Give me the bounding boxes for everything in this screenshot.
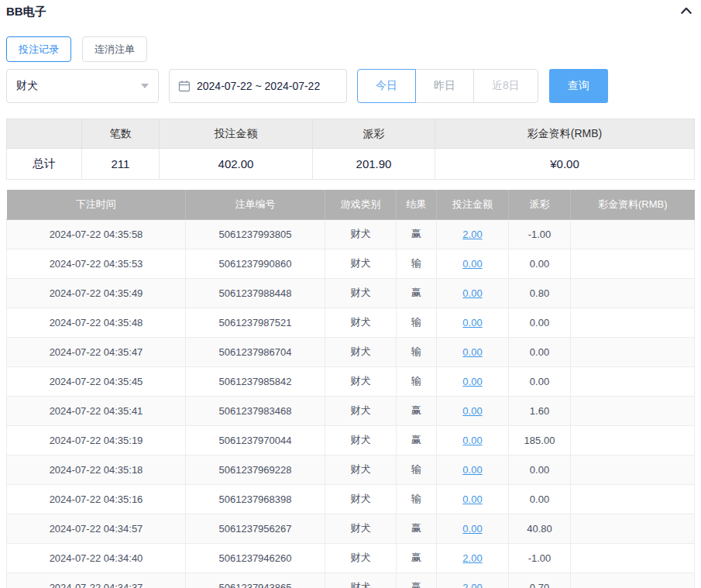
quick-date-buttons: 今日 昨日 近8日 [357,69,538,103]
search-button[interactable]: 查询 [549,69,608,103]
summary-header-row: 笔数投注金额派彩彩金资料(RMB) [7,119,695,149]
result-cell: 赢 [397,219,437,249]
bonus-cell [571,249,695,278]
payout-cell: 0.00 [509,484,571,514]
order-number-cell: 5061237986704 [186,337,325,366]
today-button[interactable]: 今日 [357,69,416,103]
game-type-cell: 财犬 [325,337,397,366]
bet-amount-cell: 2.00 [437,573,509,588]
result-cell: 输 [397,484,437,514]
bonus-cell [571,543,695,573]
game-type-cell: 财犬 [325,308,397,337]
bet-amount-link[interactable]: 0.00 [462,405,482,417]
bet-amount-link[interactable]: 2.00 [462,552,482,564]
records-header-row: 下注时间注单编号游戏类别结果投注金额派彩彩金资料(RMB) [7,190,695,219]
filter-bar: 财犬 2024-07-22 ~ 2024-07-22 今日 昨日 近8日 查询 [6,69,695,103]
result-cell: 输 [397,366,437,396]
game-type-cell: 财犬 [325,484,397,514]
bet-amount-link[interactable]: 0.00 [462,435,482,446]
date-range-picker[interactable]: 2024-07-22 ~ 2024-07-22 [169,69,347,103]
collapse-button[interactable] [678,3,695,20]
last-8-days-button[interactable]: 近8日 [473,69,538,103]
table-row: 2024-07-22 04:35:185061237969228财犬输0.000… [7,455,695,484]
chevron-down-icon [141,84,149,88]
bet-amount-link[interactable]: 0.00 [462,523,482,535]
game-type-cell: 财犬 [325,219,397,249]
result-cell: 赢 [397,396,437,425]
summary-header-cell [7,119,82,149]
table-row: 2024-07-22 04:35:195061237970044财犬赢0.001… [7,425,695,455]
records-header-cell: 彩金资料(RMB) [571,190,695,219]
result-cell: 输 [397,308,437,337]
payout-cell: 0.00 [509,455,571,484]
bonus-cell [571,308,695,337]
records-header-cell: 游戏类别 [325,190,397,219]
records-header-cell: 投注金额 [437,190,509,219]
table-row: 2024-07-22 04:35:415061237983468财犬赢0.001… [7,396,695,425]
result-cell: 输 [397,337,437,366]
table-row: 2024-07-22 04:35:455061237985842财犬输0.000… [7,366,695,396]
bet-amount-link[interactable]: 2.00 [462,229,482,240]
payout-cell: 0.00 [509,308,571,337]
bonus-cell [571,366,695,396]
bet-amount-link[interactable]: 2.00 [462,582,482,588]
payout-cell: -1.00 [509,543,571,573]
bet-time-cell: 2024-07-22 04:35:53 [7,249,186,278]
records-table: 下注时间注单编号游戏类别结果投注金额派彩彩金资料(RMB) 2024-07-22… [6,190,695,588]
bet-amount-link[interactable]: 0.00 [462,258,482,270]
records-header-cell: 注单编号 [186,190,325,219]
order-number-cell: 5061237970044 [186,425,325,455]
table-row: 2024-07-22 04:35:475061237986704财犬输0.000… [7,337,695,366]
summary-value-cell: 201.90 [313,149,435,180]
summary-header-cell: 笔数 [82,119,160,149]
result-cell: 输 [397,249,437,278]
game-type-cell: 财犬 [325,396,397,425]
bet-time-cell: 2024-07-22 04:35:16 [7,484,186,514]
tab-bet-records[interactable]: 投注记录 [6,36,71,62]
bet-amount-cell: 0.00 [437,514,509,543]
records-header-cell: 派彩 [509,190,571,219]
yesterday-button[interactable]: 昨日 [415,69,474,103]
bet-time-cell: 2024-07-22 04:35:58 [7,219,186,249]
bet-time-cell: 2024-07-22 04:35:19 [7,425,186,455]
game-select[interactable]: 财犬 [6,69,159,103]
bet-amount-link[interactable]: 0.00 [462,493,482,505]
bet-amount-link[interactable]: 0.00 [462,317,482,328]
bet-amount-link[interactable]: 0.00 [462,287,482,299]
payout-cell: 0.00 [509,249,571,278]
table-row: 2024-07-22 04:35:495061237988448财犬赢0.000… [7,278,695,308]
game-type-cell: 财犬 [325,249,397,278]
page-title: BB电子 [6,5,46,19]
table-row: 2024-07-22 04:34:575061237956267财犬赢0.004… [7,514,695,543]
bonus-cell [571,455,695,484]
game-type-cell: 财犬 [325,543,397,573]
bet-amount-link[interactable]: 0.00 [462,376,482,387]
summary-value-cell: 总计 [7,149,82,180]
payout-cell: 0.80 [509,278,571,308]
order-number-cell: 5061237946260 [186,543,325,573]
summary-value-cell: ¥0.00 [435,149,695,180]
date-range-value: 2024-07-22 ~ 2024-07-22 [197,80,320,92]
order-number-cell: 5061237988448 [186,278,325,308]
bet-amount-link[interactable]: 0.00 [462,464,482,476]
payout-cell: -1.00 [509,219,571,249]
game-select-value: 财犬 [16,79,38,93]
payout-cell: 185.00 [509,425,571,455]
table-row: 2024-07-22 04:34:405061237946260财犬赢2.00-… [7,543,695,573]
summary-header-cell: 彩金资料(RMB) [435,119,695,149]
order-number-cell: 5061237969228 [186,455,325,484]
tabs: 投注记录 连消注单 [6,36,695,62]
bonus-cell [571,425,695,455]
bet-time-cell: 2024-07-22 04:35:48 [7,308,186,337]
payout-cell: 1.60 [509,396,571,425]
game-type-cell: 财犬 [325,514,397,543]
result-cell: 赢 [397,425,437,455]
game-type-cell: 财犬 [325,278,397,308]
bet-amount-link[interactable]: 0.00 [462,346,482,358]
bet-time-cell: 2024-07-22 04:35:41 [7,396,186,425]
bonus-cell [571,514,695,543]
tab-cancelled-orders[interactable]: 连消注单 [82,36,147,62]
order-number-cell: 5061237956267 [186,514,325,543]
bonus-cell [571,396,695,425]
bet-time-cell: 2024-07-22 04:35:18 [7,455,186,484]
